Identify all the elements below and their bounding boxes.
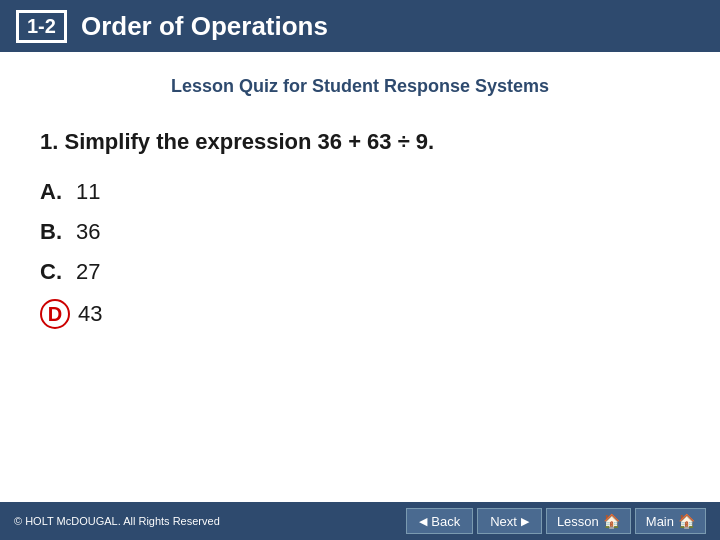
main-button[interactable]: Main 🏠 xyxy=(635,508,706,534)
section-badge: 1-2 xyxy=(16,10,67,43)
footer: © HOLT McDOUGAL. All Rights Reserved ◀ B… xyxy=(0,502,720,540)
back-label: Back xyxy=(431,514,460,529)
header: 1-2 Order of Operations xyxy=(0,0,720,52)
page-title: Order of Operations xyxy=(81,11,328,42)
answer-d-letter: D xyxy=(40,299,70,329)
main-home-icon: 🏠 xyxy=(678,513,695,529)
back-button[interactable]: ◀ Back xyxy=(406,508,473,534)
lesson-home-icon: 🏠 xyxy=(603,513,620,529)
question: 1. Simplify the expression 36 + 63 ÷ 9. xyxy=(40,129,680,155)
answer-a-letter: A. xyxy=(40,179,68,205)
answer-b-letter: B. xyxy=(40,219,68,245)
main-content: Lesson Quiz for Student Response Systems… xyxy=(0,52,720,359)
answer-a-value: 11 xyxy=(76,179,100,205)
subtitle: Lesson Quiz for Student Response Systems xyxy=(40,76,680,97)
next-button[interactable]: Next ▶ xyxy=(477,508,542,534)
answer-c-value: 27 xyxy=(76,259,100,285)
answer-b-value: 36 xyxy=(76,219,100,245)
question-number: 1. xyxy=(40,129,58,154)
back-arrow-icon: ◀ xyxy=(419,515,427,528)
answer-c-letter: C. xyxy=(40,259,68,285)
answer-c[interactable]: C. 27 xyxy=(40,259,680,285)
answer-a[interactable]: A. 11 xyxy=(40,179,680,205)
answer-d-value: 43 xyxy=(78,301,102,327)
lesson-button[interactable]: Lesson 🏠 xyxy=(546,508,631,534)
next-label: Next xyxy=(490,514,517,529)
question-body: Simplify the expression 36 + 63 ÷ 9. xyxy=(64,129,434,154)
lesson-label: Lesson xyxy=(557,514,599,529)
main-label: Main xyxy=(646,514,674,529)
copyright-text: © HOLT McDOUGAL. All Rights Reserved xyxy=(14,515,220,527)
navigation-buttons: ◀ Back Next ▶ Lesson 🏠 Main 🏠 xyxy=(406,508,706,534)
answer-b[interactable]: B. 36 xyxy=(40,219,680,245)
answer-d[interactable]: D 43 xyxy=(40,299,680,329)
next-arrow-icon: ▶ xyxy=(521,515,529,528)
